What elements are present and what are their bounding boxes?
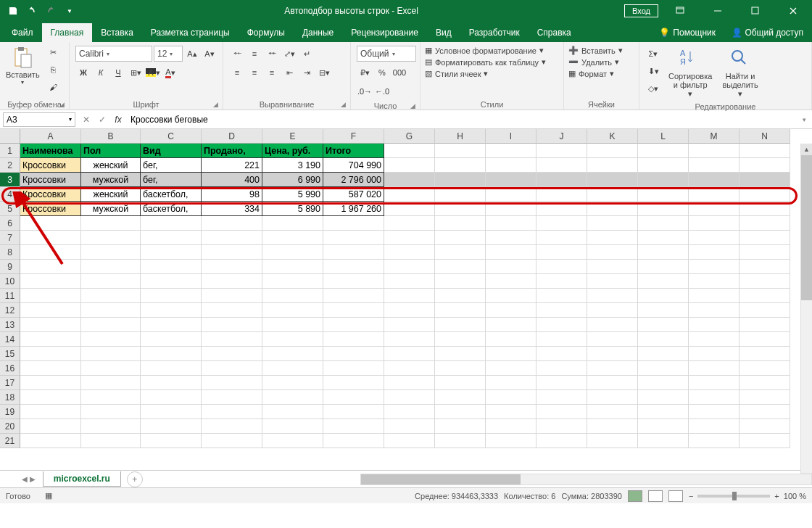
cell-M20[interactable] xyxy=(689,419,740,434)
col-header-G[interactable]: G xyxy=(384,129,435,144)
cell-I13[interactable] xyxy=(486,318,536,332)
name-box[interactable]: A3▾ xyxy=(3,112,75,127)
cell-L9[interactable] xyxy=(638,260,689,274)
tab-формулы[interactable]: Формулы xyxy=(239,23,294,42)
align-left-icon[interactable]: ≡ xyxy=(229,65,245,81)
cell-M5[interactable] xyxy=(689,202,740,216)
cell-J8[interactable] xyxy=(536,245,587,260)
share-button[interactable]: 👤 Общий доступ xyxy=(723,23,812,42)
formula-bar[interactable]: Кроссовки беговые xyxy=(126,115,796,125)
cell-C15[interactable] xyxy=(141,347,202,361)
cell-N17[interactable] xyxy=(740,376,790,390)
cell-D12[interactable] xyxy=(202,303,262,318)
cell-G7[interactable] xyxy=(384,231,435,245)
col-header-B[interactable]: B xyxy=(81,129,141,144)
cell-D14[interactable] xyxy=(202,332,262,347)
cell-N14[interactable] xyxy=(740,332,790,347)
cell-H3[interactable] xyxy=(435,173,486,187)
cell-E15[interactable] xyxy=(262,347,323,361)
comma-icon[interactable]: 000 xyxy=(392,65,407,81)
cell-D2[interactable]: 221 xyxy=(202,158,262,173)
row-header-7[interactable]: 7 xyxy=(0,231,20,245)
decrease-decimal-icon[interactable]: ←.0 xyxy=(374,83,390,99)
cell-I9[interactable] xyxy=(486,260,536,274)
row-header-11[interactable]: 11 xyxy=(0,289,20,303)
row-header-4[interactable]: 4 xyxy=(0,187,20,202)
page-layout-view-icon[interactable] xyxy=(648,490,663,502)
cell-C17[interactable] xyxy=(141,376,202,390)
cell-A14[interactable] xyxy=(20,332,81,347)
cell-K12[interactable] xyxy=(587,303,638,318)
cell-C7[interactable] xyxy=(141,231,202,245)
format-as-table-button[interactable]: ▤Форматировать как таблицу ▾ xyxy=(425,57,546,67)
cell-K17[interactable] xyxy=(587,376,638,390)
delete-cells-button[interactable]: ➖Удалить ▾ xyxy=(568,57,619,67)
row-header-1[interactable]: 1 xyxy=(0,144,20,158)
cell-L21[interactable] xyxy=(638,434,689,448)
cell-J1[interactable] xyxy=(536,144,587,158)
cell-D21[interactable] xyxy=(202,434,262,448)
fill-icon[interactable]: ⬇▾ xyxy=(645,63,661,79)
cell-M19[interactable] xyxy=(689,405,740,419)
row-header-3[interactable]: 3 xyxy=(0,173,20,187)
cell-A3[interactable]: Кроссовки xyxy=(20,173,81,187)
underline-button[interactable]: Ч xyxy=(110,65,126,81)
cell-C13[interactable] xyxy=(141,318,202,332)
cell-D15[interactable] xyxy=(202,347,262,361)
cell-N2[interactable] xyxy=(740,158,790,173)
row-header-5[interactable]: 5 xyxy=(0,202,20,216)
horizontal-scrollbar[interactable] xyxy=(360,474,812,485)
cell-K21[interactable] xyxy=(587,434,638,448)
cell-E2[interactable]: 3 190 xyxy=(262,158,323,173)
cell-F17[interactable] xyxy=(323,376,384,390)
cell-I5[interactable] xyxy=(486,202,536,216)
cell-F5[interactable]: 1 967 260 xyxy=(323,202,384,216)
cell-I21[interactable] xyxy=(486,434,536,448)
cell-F18[interactable] xyxy=(323,390,384,405)
cell-M18[interactable] xyxy=(689,390,740,405)
close-icon[interactable] xyxy=(777,1,809,21)
cell-L6[interactable] xyxy=(638,216,689,231)
cell-M16[interactable] xyxy=(689,361,740,376)
cell-I3[interactable] xyxy=(486,173,536,187)
cell-B8[interactable] xyxy=(81,245,141,260)
cell-C5[interactable]: баскетбол, xyxy=(141,202,202,216)
cell-L14[interactable] xyxy=(638,332,689,347)
cell-J17[interactable] xyxy=(536,376,587,390)
cut-icon[interactable]: ✂ xyxy=(46,44,62,60)
cell-D19[interactable] xyxy=(202,405,262,419)
cell-E17[interactable] xyxy=(262,376,323,390)
cell-H19[interactable] xyxy=(435,405,486,419)
cell-F7[interactable] xyxy=(323,231,384,245)
cell-J10[interactable] xyxy=(536,274,587,289)
cell-B20[interactable] xyxy=(81,419,141,434)
cell-A16[interactable] xyxy=(20,361,81,376)
cell-E8[interactable] xyxy=(262,245,323,260)
cell-I7[interactable] xyxy=(486,231,536,245)
cell-N10[interactable] xyxy=(740,274,790,289)
cell-A5[interactable]: Кроссовки xyxy=(20,202,81,216)
cell-C8[interactable] xyxy=(141,245,202,260)
cell-K1[interactable] xyxy=(587,144,638,158)
cell-A4[interactable]: Кроссовки xyxy=(20,187,81,202)
cell-L8[interactable] xyxy=(638,245,689,260)
cell-F2[interactable]: 704 990 xyxy=(323,158,384,173)
col-header-D[interactable]: D xyxy=(202,129,262,144)
cell-B13[interactable] xyxy=(81,318,141,332)
cell-F20[interactable] xyxy=(323,419,384,434)
col-header-H[interactable]: H xyxy=(435,129,486,144)
find-select-button[interactable]: Найти и выделить ▾ xyxy=(719,46,761,100)
cell-B1[interactable]: Пол xyxy=(81,144,141,158)
cell-J20[interactable] xyxy=(536,419,587,434)
cell-I4[interactable] xyxy=(486,187,536,202)
row-header-14[interactable]: 14 xyxy=(0,332,20,347)
row-header-15[interactable]: 15 xyxy=(0,347,20,361)
cell-K13[interactable] xyxy=(587,318,638,332)
insert-cells-button[interactable]: ➕Вставить ▾ xyxy=(568,46,623,55)
cell-H15[interactable] xyxy=(435,347,486,361)
col-header-K[interactable]: K xyxy=(587,129,638,144)
cell-B6[interactable] xyxy=(81,216,141,231)
cell-G1[interactable] xyxy=(384,144,435,158)
cell-F9[interactable] xyxy=(323,260,384,274)
cell-N9[interactable] xyxy=(740,260,790,274)
